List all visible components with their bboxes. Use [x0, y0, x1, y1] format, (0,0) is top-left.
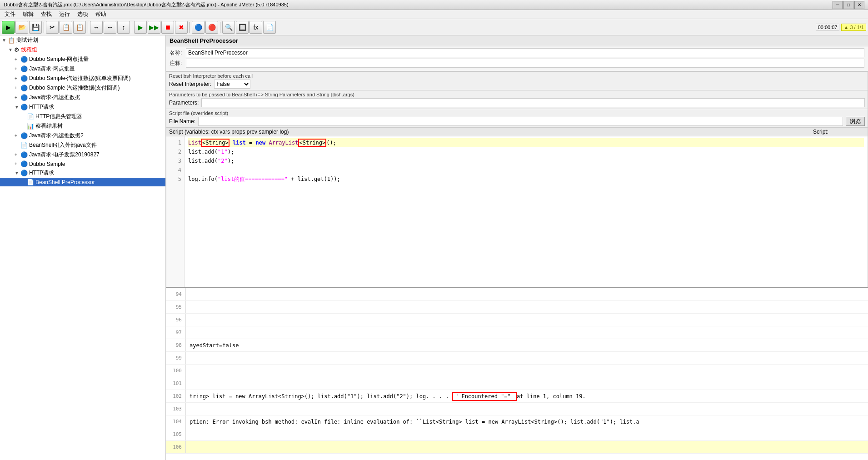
close-button[interactable]: ✕	[854, 1, 864, 9]
log-line-95: 95	[166, 301, 868, 314]
menu-item-帮助[interactable]: 帮助	[93, 10, 109, 19]
tree-item-10[interactable]: +🔵Java请求-汽运推数据2	[0, 131, 165, 140]
tree-item-0[interactable]: ▼📋测试计划	[0, 35, 165, 45]
play-no-pause-button[interactable]: ▶▶	[148, 21, 160, 34]
reset-select[interactable]: False True	[214, 80, 250, 89]
tree-toggle[interactable]: ▼	[2, 38, 6, 43]
log-num: 106	[168, 441, 186, 453]
name-input[interactable]	[186, 48, 864, 57]
save-button[interactable]: 💾	[29, 21, 42, 34]
template-button[interactable]: 📄	[263, 21, 276, 34]
tree-item-6[interactable]: +🔵Java请求-汽运推数据	[0, 93, 165, 102]
tree-toggle[interactable]: +	[15, 57, 19, 62]
tree-item-7[interactable]: ▼🔵HTTP请求	[0, 102, 165, 112]
titlebar: Dubbo含有之型2-含有汽运.jmx (C:\Users\Administra…	[0, 0, 868, 10]
tree-icon: 🔵	[20, 56, 28, 63]
new-button[interactable]: ▶	[2, 21, 15, 34]
tree-toggle[interactable]: +	[15, 66, 19, 71]
tree-toggle[interactable]: +	[15, 85, 19, 90]
log-area[interactable]: 94 95 96 97 98 ayedStart=false 99	[166, 287, 868, 460]
tree-label: 测试计划	[16, 36, 38, 44]
tree-item-9[interactable]: 📊察看结果树	[0, 121, 165, 131]
tree-label: Java请求-汽运推数据2	[29, 132, 84, 140]
params-input[interactable]	[201, 98, 865, 107]
open-button[interactable]: 📂	[15, 21, 28, 34]
script-editor: 1 2 3 4 5 List<String> list = new ArrayL…	[166, 136, 868, 287]
tree-toggle[interactable]: +	[15, 152, 19, 157]
tree-toggle[interactable]: ▼	[15, 170, 19, 175]
expand-button[interactable]: ↔	[90, 21, 103, 34]
name-label: 名称:	[170, 49, 183, 57]
tree-item-1[interactable]: ▼⚙线程组	[0, 45, 165, 55]
form-area: 名称: 注释:	[166, 46, 868, 71]
log-num: 95	[168, 301, 186, 313]
menu-item-选项[interactable]: 选项	[75, 10, 91, 19]
menu-item-查找[interactable]: 查找	[38, 10, 55, 19]
script-label: Script:	[813, 129, 865, 135]
copy-button[interactable]: 📋	[60, 21, 72, 34]
search-button[interactable]: 🔍	[222, 21, 235, 34]
remote-start-button[interactable]: 🔵	[192, 21, 205, 34]
component-header: BeanShell PreProcessor	[166, 35, 868, 46]
tree-label: Dubbo Sample	[29, 161, 65, 167]
file-input[interactable]	[198, 117, 843, 126]
log-num: 102	[168, 390, 186, 402]
function-button[interactable]: fx	[249, 21, 262, 34]
maximize-button[interactable]: □	[843, 1, 853, 9]
tree-toggle[interactable]: +	[15, 161, 19, 166]
menu-item-文件[interactable]: 文件	[2, 10, 18, 19]
tree-item-8[interactable]: 📄HTTP信息头管理器	[0, 112, 165, 121]
tree-icon: 🔵	[20, 132, 28, 139]
tree-toggle[interactable]: +	[15, 95, 19, 100]
tree-toggle[interactable]: +	[15, 76, 19, 81]
tree-label: Java请求-电子发票20190827	[29, 151, 100, 159]
comment-input[interactable]	[186, 59, 864, 68]
log-num: 94	[168, 288, 186, 300]
log-num: 101	[168, 377, 186, 390]
log-num: 99	[168, 352, 186, 364]
browse-button[interactable]: 浏览	[846, 117, 865, 126]
cut-button[interactable]: ✂	[46, 21, 59, 34]
tree-toggle[interactable]: ▼	[8, 47, 13, 52]
play-button[interactable]: ▶	[134, 21, 147, 34]
tree-item-11[interactable]: 📄BeanShell引入外部java文件	[0, 140, 165, 150]
log-line-97: 97	[166, 326, 868, 339]
log-text: ption: Error invoking bsh method: evalIn…	[190, 419, 866, 425]
tree-toggle[interactable]: ▼	[15, 105, 19, 110]
reset-label: Reset Interpreter:	[169, 81, 211, 87]
log-num: 103	[168, 403, 186, 415]
params-label: Parameters:	[169, 100, 199, 106]
code-area[interactable]: List<String> list = new ArrayList<String…	[185, 136, 868, 287]
log-line-100: 100	[166, 365, 868, 377]
tree-item-15[interactable]: 📄BeanShell PreProcessor	[0, 178, 165, 186]
tree-item-4[interactable]: +🔵Dubbo Sample-汽运推数据(账单发票回调)	[0, 74, 165, 83]
tree-icon: 🔵	[20, 160, 28, 167]
clear-button[interactable]: 🔲	[236, 21, 249, 34]
script-title: Script (variables: ctx vars props prev s…	[169, 129, 289, 135]
name-row: 名称:	[170, 48, 864, 57]
tree-icon: 📄	[27, 113, 34, 120]
log-num: 96	[168, 314, 186, 326]
paste-button[interactable]: 📋	[73, 21, 86, 34]
stop-button[interactable]: ⏹	[161, 21, 174, 34]
reset-row: Reset Interpreter: False True	[169, 80, 865, 89]
code-line-3: list.add("2");	[188, 156, 864, 165]
kill-button[interactable]: ✖	[175, 21, 188, 34]
collapse-button[interactable]: ↔	[104, 21, 116, 34]
tree-item-12[interactable]: +🔵Java请求-电子发票20190827	[0, 150, 165, 160]
code-line-4	[188, 165, 864, 175]
title-text: Dubbo含有之型2-含有汽运.jmx (C:\Users\Administra…	[4, 1, 289, 8]
tree-item-14[interactable]: ▼🔵HTTP请求	[0, 168, 165, 178]
tree-toggle[interactable]: +	[15, 133, 19, 138]
toggle-button[interactable]: ↕	[117, 21, 130, 34]
sep2	[88, 22, 88, 33]
log-num: 105	[168, 428, 186, 440]
tree-item-5[interactable]: +🔵Dubbo Sample-汽运推数据(支付回调)	[0, 83, 165, 93]
tree-item-2[interactable]: +🔵Dubbo Sample-网点批量	[0, 55, 165, 64]
remote-stop-button[interactable]: 🔴	[205, 21, 218, 34]
menu-item-运行[interactable]: 运行	[56, 10, 73, 19]
minimize-button[interactable]: ─	[833, 1, 843, 9]
tree-item-13[interactable]: +🔵Dubbo Sample	[0, 160, 165, 168]
menu-item-编辑[interactable]: 编辑	[20, 10, 36, 19]
tree-item-3[interactable]: +🔵Java请求-网点批量	[0, 64, 165, 74]
